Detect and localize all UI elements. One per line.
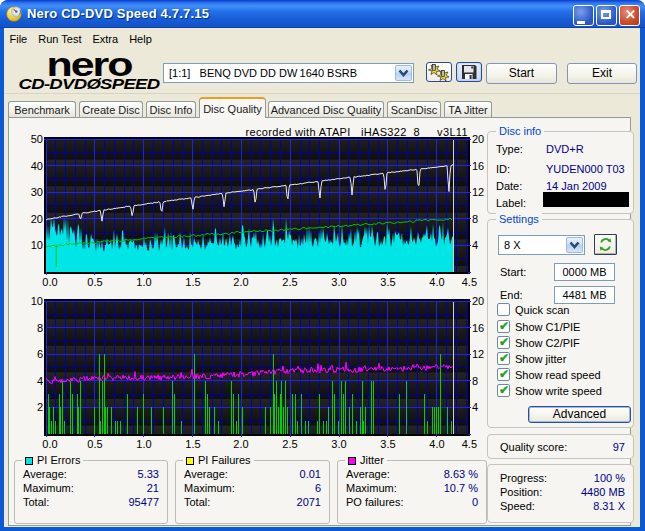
svg-text:10: 10	[31, 239, 43, 251]
svg-text:1.0: 1.0	[136, 276, 151, 288]
svg-text:12: 12	[472, 186, 484, 198]
svg-text:1.5: 1.5	[185, 276, 200, 288]
svg-text:4.0: 4.0	[429, 276, 444, 288]
svg-text:1.0: 1.0	[136, 438, 151, 450]
svg-text:40: 40	[31, 160, 43, 172]
svg-text:2: 2	[37, 401, 43, 413]
svg-text:50: 50	[31, 133, 43, 145]
svg-text:4: 4	[472, 401, 478, 413]
svg-text:4: 4	[472, 239, 478, 251]
svg-text:4.5: 4.5	[462, 276, 477, 288]
svg-text:3.5: 3.5	[380, 438, 395, 450]
svg-text:3.5: 3.5	[380, 276, 395, 288]
svg-text:6: 6	[37, 348, 43, 360]
svg-text:1.5: 1.5	[185, 438, 200, 450]
svg-text:2.0: 2.0	[233, 438, 248, 450]
svg-text:0.5: 0.5	[87, 276, 102, 288]
svg-text:2.5: 2.5	[282, 438, 297, 450]
svg-text:4.5: 4.5	[462, 438, 477, 450]
svg-text:10: 10	[31, 295, 43, 307]
svg-text:12: 12	[472, 348, 484, 360]
svg-text:0.0: 0.0	[42, 438, 57, 450]
svg-text:4.0: 4.0	[429, 438, 444, 450]
svg-text:4: 4	[37, 375, 43, 387]
svg-text:8: 8	[472, 375, 478, 387]
svg-text:20: 20	[472, 295, 484, 307]
svg-text:2.5: 2.5	[282, 276, 297, 288]
svg-text:3.0: 3.0	[331, 438, 346, 450]
svg-text:8: 8	[472, 213, 478, 225]
svg-text:8: 8	[37, 322, 43, 334]
svg-text:2.0: 2.0	[233, 276, 248, 288]
svg-text:0.5: 0.5	[87, 438, 102, 450]
svg-text:recorded with ATAPI iHAS322: recorded with ATAPI iHAS322 8 v3L11	[245, 126, 468, 138]
svg-text:16: 16	[472, 322, 484, 334]
svg-text:30: 30	[31, 186, 43, 198]
svg-text:0.0: 0.0	[42, 276, 57, 288]
svg-text:20: 20	[31, 213, 43, 225]
svg-text:3.0: 3.0	[331, 276, 346, 288]
svg-text:20: 20	[472, 133, 484, 145]
svg-text:16: 16	[472, 160, 484, 172]
